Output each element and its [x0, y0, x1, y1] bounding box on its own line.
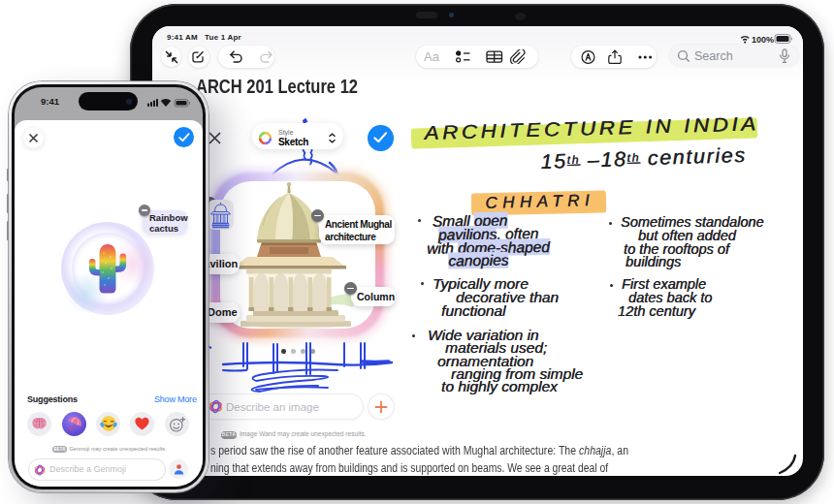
svg-text:100%: 100%	[752, 35, 774, 45]
